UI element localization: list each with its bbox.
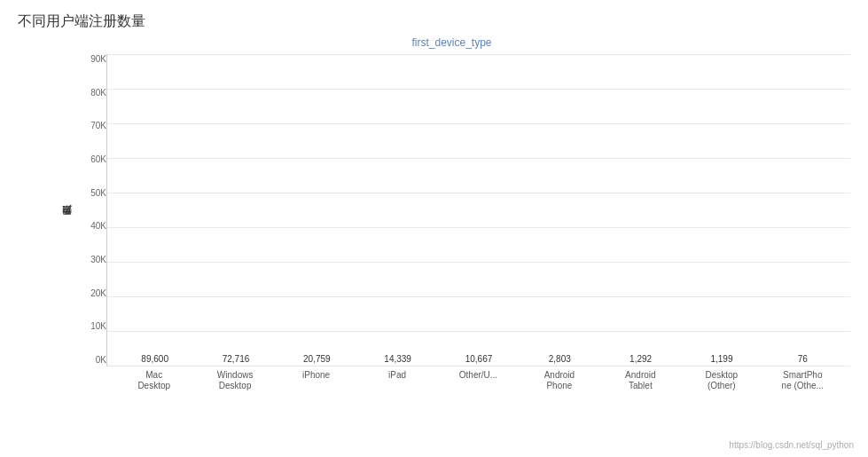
y-axis-label: 10K (90, 321, 106, 331)
x-axis-label: SmartPho ne (Othe... (764, 366, 841, 391)
y-axis-label: 40K (90, 221, 106, 231)
bar-group: 76 (764, 354, 841, 366)
chart-main: 89,60072,71620,75914,33910,6672,8031,292… (106, 54, 850, 391)
bar-group: 1,292 (602, 354, 679, 366)
y-axis-label: 0K (96, 355, 106, 365)
y-axis-label: 60K (90, 154, 106, 164)
bar-group: 20,759 (278, 354, 356, 366)
y-axis-label: 20K (90, 288, 106, 298)
watermark: https://blog.csdn.net/sql_python (729, 440, 854, 450)
bar-group: 72,716 (197, 354, 274, 366)
bar-value-label: 10,667 (465, 354, 493, 364)
bar-value-label: 20,759 (303, 354, 331, 364)
bars-container: 89,60072,71620,75914,33910,6672,8031,292… (107, 54, 850, 366)
grid-and-bars: 89,60072,71620,75914,33910,6672,8031,292… (106, 54, 850, 366)
y-axis-label: 90K (90, 54, 106, 64)
x-axis-label: Mac Desktop (115, 366, 192, 391)
bar-value-label: 89,600 (141, 354, 168, 364)
bar-group: 10,667 (440, 354, 517, 366)
bar-value-label: 1,199 (710, 354, 732, 364)
grid-line (107, 366, 850, 366)
x-axis-label: Windows Desktop (196, 366, 273, 391)
x-labels: Mac DesktopWindows DesktopiPhoneiPadOthe… (106, 366, 850, 391)
bar-group: 89,600 (116, 354, 193, 366)
bar-group: 1,199 (683, 354, 760, 366)
y-axis: 90K80K70K60K50K40K30K20K10K0K (71, 54, 106, 391)
bar-group: 2,803 (521, 354, 598, 366)
y-axis-label: 50K (90, 188, 106, 198)
x-axis-label: Android Tablet (602, 366, 679, 391)
page-title: 不同用户端注册数量 (0, 0, 868, 36)
y-axis-label: 70K (90, 121, 106, 130)
chart-area: first_device_type 用户数量 90K80K70K60K50K40… (0, 36, 868, 445)
bar-group: 14,339 (359, 354, 436, 366)
chart-inner: 用户数量 90K80K70K60K50K40K30K20K10K0K 89,60… (53, 54, 850, 391)
bar-value-label: 1,292 (629, 354, 652, 364)
bar-value-label: 2,803 (549, 354, 571, 364)
x-axis-label: iPad (358, 366, 435, 391)
y-axis-label: 80K (90, 88, 106, 98)
chart-subtitle: first_device_type (53, 36, 850, 49)
x-axis-label: Desktop (Other) (683, 366, 760, 391)
x-axis-label: Android Phone (520, 366, 598, 391)
x-axis-label: Other/U... (440, 366, 517, 391)
bar-value-label: 72,716 (223, 354, 250, 364)
bar-value-label: 76 (798, 354, 808, 364)
bar-value-label: 14,339 (384, 354, 411, 364)
x-axis-label: iPhone (278, 366, 355, 391)
y-axis-label: 30K (90, 255, 106, 264)
